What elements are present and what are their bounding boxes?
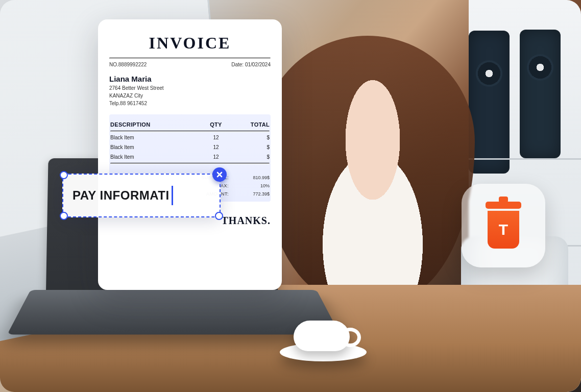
trash-icon: T	[482, 202, 524, 250]
tax-value: 10%	[234, 183, 270, 188]
resize-handle-tl[interactable]	[60, 171, 68, 179]
billto-name: Liana Maria	[109, 75, 271, 83]
col-qty: QTY	[198, 121, 234, 128]
text-caret	[172, 186, 173, 205]
subtotal-value: 810.99$	[234, 175, 270, 180]
col-total: TOTAL	[234, 121, 270, 128]
amount-value: 772.39$	[234, 191, 270, 197]
item-qty: 12	[198, 135, 234, 140]
coffee-cup	[294, 321, 350, 351]
invoice-number: NO.8889992222	[109, 62, 147, 67]
item-qty: 12	[198, 154, 234, 160]
close-selection-button[interactable]	[212, 167, 227, 182]
col-description: DESCRIPTION	[110, 121, 198, 128]
trash-letter: T	[499, 221, 508, 238]
item-total: $	[234, 154, 270, 160]
resize-handle-bl[interactable]	[60, 212, 68, 220]
item-total: $	[234, 135, 270, 140]
billto-street: 2764 Better West Street	[109, 85, 271, 91]
binder	[520, 30, 561, 158]
laptop-base	[7, 290, 340, 334]
text-edit-selection[interactable]: PAY INFORMATI	[62, 174, 221, 217]
invoice-card: INVOICE NO.8889992222 Date: 01/02/2024 L…	[98, 19, 282, 290]
billto-city: KANAZAZ City	[109, 93, 271, 99]
trash-app-badge[interactable]: T	[462, 184, 545, 267]
item-desc: Black Item	[110, 144, 198, 150]
item-desc: Black Item	[110, 154, 198, 160]
invoice-date: Date: 01/02/2024	[231, 62, 271, 67]
resize-handle-br[interactable]	[215, 212, 223, 220]
item-desc: Black Item	[110, 135, 198, 140]
item-total: $	[234, 144, 270, 150]
close-icon	[216, 172, 223, 178]
item-qty: 12	[198, 144, 234, 150]
billto-phone: Telp.88 9617452	[109, 101, 271, 106]
invoice-title: INVOICE	[109, 34, 271, 53]
divider	[110, 131, 270, 132]
divider	[110, 163, 270, 164]
edit-text-value[interactable]: PAY INFORMATI	[72, 188, 170, 203]
divider	[109, 58, 271, 59]
